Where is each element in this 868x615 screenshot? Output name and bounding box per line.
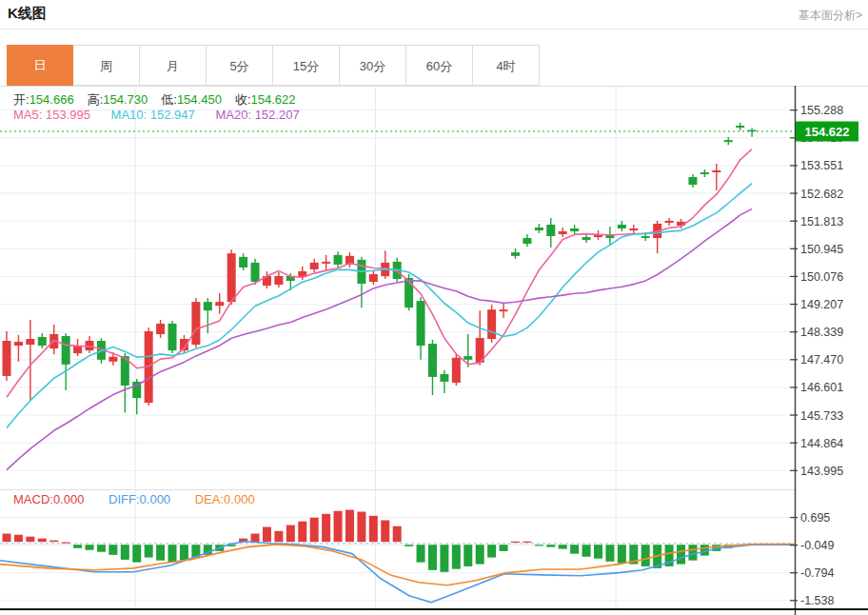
svg-text:143.995: 143.995 <box>800 465 843 478</box>
svg-text:146.601: 146.601 <box>800 381 843 394</box>
svg-text:152.682: 152.682 <box>800 188 843 201</box>
current-price-badge: 154.622 <box>796 122 858 142</box>
svg-text:148.339: 148.339 <box>800 326 843 339</box>
open-label: 开: <box>13 92 30 107</box>
period-tab-bar: 日周月5分15分30分60分4时 <box>7 45 540 86</box>
tab-4时[interactable]: 4时 <box>473 45 540 86</box>
diff-value: DIFF:0.000 <box>108 492 170 506</box>
diff-line <box>0 542 794 603</box>
svg-text:145.733: 145.733 <box>800 409 843 423</box>
svg-text:0.695: 0.695 <box>800 511 830 525</box>
svg-text:155.288: 155.288 <box>800 104 843 117</box>
dea-line <box>0 545 794 585</box>
tab-15分[interactable]: 15分 <box>273 45 340 86</box>
macd-readout: MACD:0.000 DIFF:0.000 DEA:0.000 <box>13 492 276 506</box>
ma10-readout: MA10: 152.947 <box>111 108 195 122</box>
open-value: 154.666 <box>30 92 74 107</box>
ma20-line <box>7 208 752 469</box>
ma5-readout: MA5: 153.995 <box>13 108 90 122</box>
ma-readout: MA5: 153.995 MA10: 152.947 MA20: 152.207 <box>13 108 317 122</box>
svg-text:149.207: 149.207 <box>800 298 843 311</box>
low-value: 154.450 <box>177 92 222 107</box>
svg-text:150.945: 150.945 <box>800 243 843 256</box>
svg-text:144.864: 144.864 <box>800 437 843 450</box>
macd-value: MACD:0.000 <box>13 492 84 506</box>
close-label: 收: <box>235 92 251 107</box>
macd-axis: 0.695-0.049-0.794-1.538 <box>790 511 834 607</box>
ma20-readout: MA20: 152.207 <box>215 108 299 122</box>
svg-text:154.622: 154.622 <box>805 125 850 139</box>
macd-histogram <box>3 510 745 572</box>
svg-text:153.551: 153.551 <box>800 159 843 172</box>
svg-text:-0.049: -0.049 <box>800 539 834 552</box>
svg-text:-1.538: -1.538 <box>800 594 834 607</box>
high-value: 154.730 <box>103 92 148 107</box>
svg-text:151.813: 151.813 <box>800 215 843 228</box>
ma10-line <box>7 184 752 428</box>
tab-30分[interactable]: 30分 <box>340 45 406 86</box>
tab-日[interactable]: 日 <box>7 45 73 86</box>
svg-text:-0.794: -0.794 <box>800 566 834 580</box>
svg-text:147.470: 147.470 <box>800 353 843 367</box>
svg-text:150.076: 150.076 <box>800 270 843 284</box>
header-divider <box>0 29 868 30</box>
ohlc-readout: 开:154.666高:154.730低:154.450收:154.622 <box>13 91 309 109</box>
tab-周[interactable]: 周 <box>73 45 140 86</box>
dea-value: DEA:0.000 <box>195 492 255 506</box>
tab-60分[interactable]: 60分 <box>406 45 473 86</box>
page-title: K线图 <box>8 5 47 23</box>
high-label: 高: <box>88 92 104 107</box>
tab-月[interactable]: 月 <box>140 45 207 86</box>
tab-5分[interactable]: 5分 <box>207 45 273 86</box>
close-value: 154.622 <box>251 92 296 107</box>
fundamental-analysis-link[interactable]: 基本面分析> <box>799 8 862 24</box>
low-label: 低: <box>161 92 177 107</box>
